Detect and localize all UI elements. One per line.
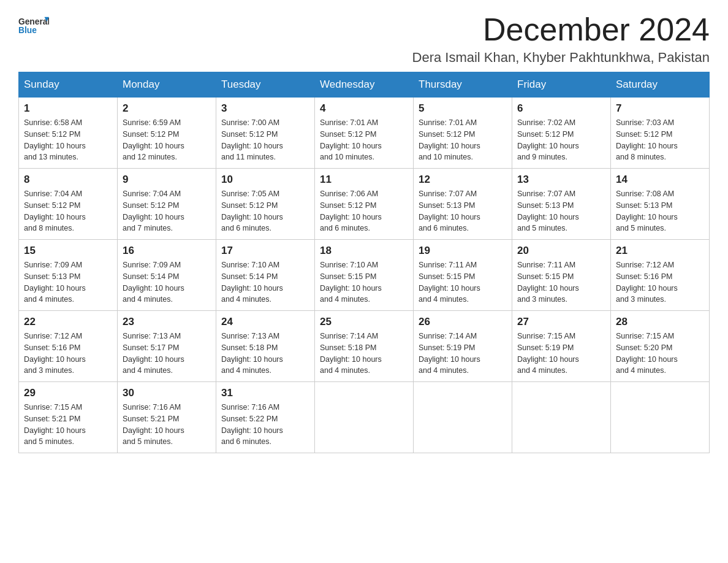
calendar-cell: 16Sunrise: 7:09 AMSunset: 5:14 PMDayligh… [118,240,216,311]
day-info: Sunrise: 7:12 AMSunset: 5:16 PMDaylight:… [616,259,704,305]
calendar-cell: 9Sunrise: 7:04 AMSunset: 5:12 PMDaylight… [118,169,216,240]
day-info: Sunrise: 7:01 AMSunset: 5:12 PMDaylight:… [320,117,408,163]
day-number: 26 [419,316,507,328]
day-info: Sunrise: 6:58 AMSunset: 5:12 PMDaylight:… [24,117,112,163]
title-section: December 2024 Dera Ismail Khan, Khyber P… [412,12,710,66]
month-title: December 2024 [412,12,710,47]
day-info: Sunrise: 7:04 AMSunset: 5:12 PMDaylight:… [123,188,211,234]
day-number: 21 [616,245,704,257]
calendar-cell: 7Sunrise: 7:03 AMSunset: 5:12 PMDaylight… [611,98,710,169]
calendar-cell: 14Sunrise: 7:08 AMSunset: 5:13 PMDayligh… [611,169,710,240]
calendar-week-row: 22Sunrise: 7:12 AMSunset: 5:16 PMDayligh… [19,311,710,382]
day-number: 6 [517,102,605,115]
day-number: 3 [221,102,309,115]
logo-icon: General Blue [18,12,49,37]
day-number: 14 [616,174,704,186]
weekday-header-tuesday: Tuesday [216,72,315,98]
day-info: Sunrise: 7:07 AMSunset: 5:13 PMDaylight:… [419,188,507,234]
day-info: Sunrise: 7:14 AMSunset: 5:18 PMDaylight:… [320,331,408,377]
day-info: Sunrise: 7:01 AMSunset: 5:12 PMDaylight:… [419,117,507,163]
calendar-cell: 19Sunrise: 7:11 AMSunset: 5:15 PMDayligh… [414,240,512,311]
calendar-cell: 1Sunrise: 6:58 AMSunset: 5:12 PMDaylight… [19,98,118,169]
day-number: 11 [320,174,408,186]
day-number: 24 [221,316,309,328]
calendar-cell: 11Sunrise: 7:06 AMSunset: 5:12 PMDayligh… [315,169,414,240]
day-number: 8 [24,174,112,186]
day-info: Sunrise: 7:09 AMSunset: 5:14 PMDaylight:… [123,259,211,305]
day-info: Sunrise: 7:16 AMSunset: 5:22 PMDaylight:… [221,402,309,448]
logo: General Blue [18,12,49,37]
day-info: Sunrise: 7:15 AMSunset: 5:19 PMDaylight:… [517,331,605,377]
calendar-cell: 24Sunrise: 7:13 AMSunset: 5:18 PMDayligh… [216,311,315,382]
svg-text:Blue: Blue [18,26,37,35]
day-number: 9 [123,174,211,186]
calendar-cell: 5Sunrise: 7:01 AMSunset: 5:12 PMDaylight… [414,98,512,169]
day-number: 1 [24,102,112,115]
day-number: 23 [123,316,211,328]
day-number: 31 [221,387,309,399]
calendar-cell: 15Sunrise: 7:09 AMSunset: 5:13 PMDayligh… [19,240,118,311]
day-number: 15 [24,245,112,257]
day-info: Sunrise: 6:59 AMSunset: 5:12 PMDaylight:… [123,117,211,163]
day-info: Sunrise: 7:04 AMSunset: 5:12 PMDaylight:… [24,188,112,234]
day-info: Sunrise: 7:15 AMSunset: 5:20 PMDaylight:… [616,331,704,377]
day-number: 27 [517,316,605,328]
day-number: 10 [221,174,309,186]
day-number: 13 [517,174,605,186]
calendar-cell: 27Sunrise: 7:15 AMSunset: 5:19 PMDayligh… [512,311,611,382]
day-number: 17 [221,245,309,257]
day-number: 5 [419,102,507,115]
weekday-header-thursday: Thursday [414,72,512,98]
calendar-cell: 12Sunrise: 7:07 AMSunset: 5:13 PMDayligh… [414,169,512,240]
calendar-cell: 26Sunrise: 7:14 AMSunset: 5:19 PMDayligh… [414,311,512,382]
calendar-cell: 31Sunrise: 7:16 AMSunset: 5:22 PMDayligh… [216,382,315,453]
day-info: Sunrise: 7:14 AMSunset: 5:19 PMDaylight:… [419,331,507,377]
day-info: Sunrise: 7:16 AMSunset: 5:21 PMDaylight:… [123,402,211,448]
day-info: Sunrise: 7:02 AMSunset: 5:12 PMDaylight:… [517,117,605,163]
calendar-cell: 2Sunrise: 6:59 AMSunset: 5:12 PMDaylight… [118,98,216,169]
calendar-cell [611,382,710,453]
svg-text:General: General [18,17,49,26]
calendar-cell: 18Sunrise: 7:10 AMSunset: 5:15 PMDayligh… [315,240,414,311]
calendar-week-row: 15Sunrise: 7:09 AMSunset: 5:13 PMDayligh… [19,240,710,311]
weekday-header-friday: Friday [512,72,611,98]
calendar-cell: 10Sunrise: 7:05 AMSunset: 5:12 PMDayligh… [216,169,315,240]
calendar-cell: 28Sunrise: 7:15 AMSunset: 5:20 PMDayligh… [611,311,710,382]
day-number: 19 [419,245,507,257]
calendar-cell: 3Sunrise: 7:00 AMSunset: 5:12 PMDaylight… [216,98,315,169]
calendar-cell: 13Sunrise: 7:07 AMSunset: 5:13 PMDayligh… [512,169,611,240]
calendar-cell: 22Sunrise: 7:12 AMSunset: 5:16 PMDayligh… [19,311,118,382]
day-number: 18 [320,245,408,257]
day-info: Sunrise: 7:10 AMSunset: 5:15 PMDaylight:… [320,259,408,305]
calendar-cell [512,382,611,453]
day-info: Sunrise: 7:06 AMSunset: 5:12 PMDaylight:… [320,188,408,234]
calendar-cell: 29Sunrise: 7:15 AMSunset: 5:21 PMDayligh… [19,382,118,453]
calendar-cell: 23Sunrise: 7:13 AMSunset: 5:17 PMDayligh… [118,311,216,382]
calendar-cell: 25Sunrise: 7:14 AMSunset: 5:18 PMDayligh… [315,311,414,382]
day-info: Sunrise: 7:13 AMSunset: 5:18 PMDaylight:… [221,331,309,377]
day-info: Sunrise: 7:07 AMSunset: 5:13 PMDaylight:… [517,188,605,234]
day-number: 29 [24,387,112,399]
day-info: Sunrise: 7:09 AMSunset: 5:13 PMDaylight:… [24,259,112,305]
calendar-week-row: 8Sunrise: 7:04 AMSunset: 5:12 PMDaylight… [19,169,710,240]
day-info: Sunrise: 7:13 AMSunset: 5:17 PMDaylight:… [123,331,211,377]
day-number: 25 [320,316,408,328]
day-number: 20 [517,245,605,257]
day-number: 7 [616,102,704,115]
calendar-table: SundayMondayTuesdayWednesdayThursdayFrid… [18,72,710,453]
day-number: 2 [123,102,211,115]
page-header: General Blue December 2024 Dera Ismail K… [18,12,710,66]
day-info: Sunrise: 7:12 AMSunset: 5:16 PMDaylight:… [24,331,112,377]
weekday-header-monday: Monday [118,72,216,98]
day-info: Sunrise: 7:00 AMSunset: 5:12 PMDaylight:… [221,117,309,163]
day-info: Sunrise: 7:05 AMSunset: 5:12 PMDaylight:… [221,188,309,234]
day-info: Sunrise: 7:10 AMSunset: 5:14 PMDaylight:… [221,259,309,305]
calendar-cell: 30Sunrise: 7:16 AMSunset: 5:21 PMDayligh… [118,382,216,453]
day-info: Sunrise: 7:11 AMSunset: 5:15 PMDaylight:… [419,259,507,305]
weekday-header-sunday: Sunday [19,72,118,98]
calendar-cell: 4Sunrise: 7:01 AMSunset: 5:12 PMDaylight… [315,98,414,169]
day-number: 4 [320,102,408,115]
calendar-cell: 8Sunrise: 7:04 AMSunset: 5:12 PMDaylight… [19,169,118,240]
day-number: 28 [616,316,704,328]
weekday-header-wednesday: Wednesday [315,72,414,98]
